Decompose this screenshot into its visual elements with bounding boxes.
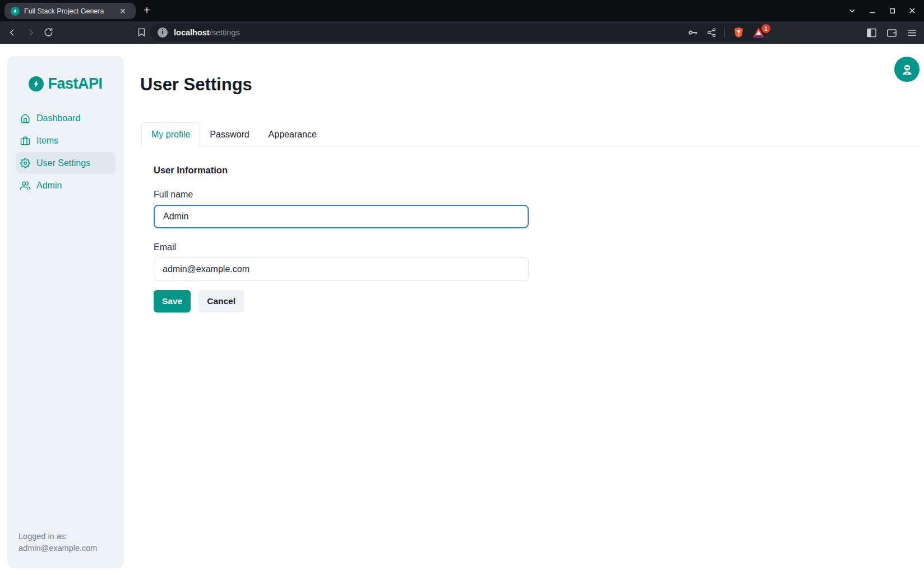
form-actions: Save Cancel — [154, 290, 920, 312]
tab-title: Full Stack Project Genera — [24, 7, 118, 15]
sidebar-item-admin[interactable]: Admin — [16, 174, 116, 196]
section-title: User Information — [154, 165, 920, 176]
wallet-icon[interactable] — [886, 28, 897, 38]
sidebar: FastAPI Dashboard Items User Settings A — [7, 56, 124, 568]
sidebar-item-items[interactable]: Items — [16, 130, 116, 151]
tab-my-profile[interactable]: My profile — [141, 122, 200, 146]
full-name-input[interactable] — [154, 205, 529, 228]
minimize-icon[interactable] — [868, 7, 876, 15]
save-button[interactable]: Save — [154, 290, 191, 312]
forward-icon[interactable] — [26, 27, 36, 38]
email-input[interactable] — [154, 257, 529, 281]
main-content: User Settings My profile Password Appear… — [140, 44, 920, 312]
cancel-button[interactable]: Cancel — [198, 290, 244, 312]
toolbar-divider — [724, 27, 725, 38]
url-text: localhost/settings — [174, 28, 240, 37]
brave-shield-icon[interactable] — [733, 26, 745, 39]
home-icon — [20, 113, 30, 123]
reload-icon[interactable] — [43, 27, 54, 38]
fastapi-logo: FastAPI — [7, 75, 124, 93]
menu-hamburger-icon[interactable] — [907, 28, 917, 38]
logo-text: FastAPI — [48, 75, 102, 93]
browser-toolbar: i localhost/settings 1 — [0, 21, 924, 44]
app-page: FastAPI Dashboard Items User Settings A — [0, 44, 924, 575]
site-info-icon[interactable]: i — [158, 27, 168, 38]
maximize-icon[interactable] — [889, 7, 896, 15]
full-name-label: Full name — [154, 190, 920, 200]
tab-search-chevron-icon[interactable] — [848, 7, 856, 15]
browser-tab[interactable]: Full Stack Project Genera ✕ — [4, 3, 136, 19]
briefcase-icon — [20, 136, 30, 146]
close-window-icon[interactable] — [908, 7, 916, 15]
fastapi-favicon-icon — [11, 7, 20, 16]
gear-icon — [20, 158, 30, 168]
tab-close-icon[interactable]: ✕ — [119, 7, 126, 15]
password-key-icon[interactable] — [687, 27, 699, 38]
sidebar-nav: Dashboard Items User Settings Admin — [7, 107, 124, 196]
sidebar-item-label: User Settings — [36, 158, 90, 168]
browser-tab-bar: Full Stack Project Genera ✕ + — [0, 0, 924, 21]
new-tab-button[interactable]: + — [140, 4, 154, 17]
email-label: Email — [154, 242, 920, 252]
sidebar-toggle-icon[interactable] — [866, 28, 877, 38]
rewards-notification-badge: 1 — [761, 24, 770, 33]
tab-title-fade — [99, 7, 118, 15]
tab-password[interactable]: Password — [200, 122, 258, 146]
sidebar-item-label: Admin — [36, 181, 62, 191]
logged-in-as: Logged in as: admin@example.com — [19, 531, 97, 554]
share-icon[interactable] — [706, 27, 717, 38]
url-bar[interactable]: i localhost/settings 1 — [150, 24, 766, 41]
sidebar-item-dashboard[interactable]: Dashboard — [16, 107, 116, 129]
page-title: User Settings — [140, 75, 920, 95]
fastapi-bolt-icon — [29, 76, 44, 91]
sidebar-item-user-settings[interactable]: User Settings — [16, 152, 116, 174]
profile-panel: User Information Full name Email Save Ca… — [140, 165, 920, 312]
sidebar-item-label: Dashboard — [36, 113, 80, 123]
back-icon[interactable] — [7, 27, 17, 38]
users-icon — [20, 181, 30, 191]
browser-window: Full Stack Project Genera ✕ + — [0, 0, 924, 575]
sidebar-item-label: Items — [36, 136, 58, 146]
bookmark-icon[interactable] — [137, 27, 146, 38]
settings-tabs: My profile Password Appearance — [140, 122, 920, 146]
tab-appearance[interactable]: Appearance — [259, 122, 326, 146]
